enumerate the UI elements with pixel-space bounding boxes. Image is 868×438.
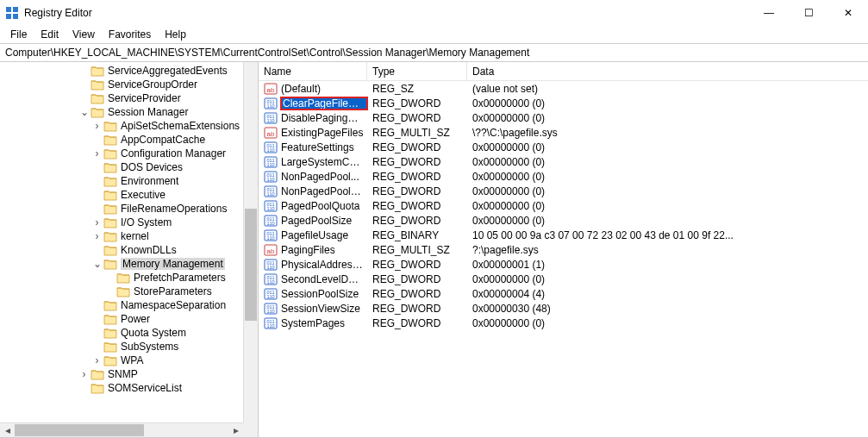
list-row[interactable]: 011110SecondLevelDat...REG_DWORD0x000000… xyxy=(259,272,868,286)
tree-item-label: ServiceProvider xyxy=(108,92,181,104)
tree-item[interactable]: ⌄Memory Management xyxy=(0,257,243,271)
tree-pane: ServiceAggregatedEvents ServiceGroupOrde… xyxy=(0,62,259,437)
tree-item[interactable]: Quota System xyxy=(0,326,243,340)
tree-item[interactable]: DOS Devices xyxy=(0,160,243,174)
tree-item[interactable]: KnownDLLs xyxy=(0,243,243,257)
chevron-right-icon[interactable]: › xyxy=(91,216,103,229)
scroll-right-icon[interactable]: ▸ xyxy=(228,424,243,436)
tree-item[interactable]: ›ApiSetSchemaExtensions xyxy=(0,119,243,133)
menu-item-view[interactable]: View xyxy=(66,27,102,42)
binary-value-icon: 011110 xyxy=(264,287,278,301)
value-type: REG_DWORD xyxy=(367,97,467,110)
list-row[interactable]: 011110FeatureSettingsREG_DWORD0x00000000… xyxy=(259,140,868,154)
value-type: REG_DWORD xyxy=(367,200,467,212)
tree-item[interactable]: ⌄Session Manager xyxy=(0,105,243,119)
tree-item[interactable]: Executive xyxy=(0,188,243,202)
scrollbar-thumb[interactable] xyxy=(15,424,144,436)
list-row[interactable]: 011110PhysicalAddress...REG_DWORD0x00000… xyxy=(259,257,868,272)
tree-item[interactable]: SOMServiceList xyxy=(0,381,243,395)
svg-text:110: 110 xyxy=(266,265,274,270)
tree-item[interactable]: ›SNMP xyxy=(0,367,243,381)
column-header-type[interactable]: Type xyxy=(367,62,467,80)
list-row[interactable]: 011110DisablePagingEx...REG_DWORD0x00000… xyxy=(259,110,868,125)
chevron-right-icon[interactable]: › xyxy=(91,119,103,133)
menu-item-help[interactable]: Help xyxy=(158,27,193,42)
tree-item-label: WPA xyxy=(121,354,143,366)
chevron-down-icon[interactable]: ⌄ xyxy=(91,257,103,271)
address-input[interactable] xyxy=(5,47,863,59)
value-name: ExistingPageFiles xyxy=(281,127,367,139)
value-type: REG_DWORD xyxy=(367,185,467,197)
tree-item[interactable]: ServiceProvider xyxy=(0,91,243,105)
scroll-left-icon[interactable]: ◂ xyxy=(0,424,15,436)
svg-text:ab: ab xyxy=(267,130,275,138)
menu-item-file[interactable]: File xyxy=(3,27,34,42)
tree-item[interactable]: Power xyxy=(0,312,243,326)
tree-horizontal-scrollbar[interactable]: ◂ ▸ xyxy=(0,422,243,437)
column-header-name[interactable]: Name xyxy=(259,62,367,80)
list-row[interactable]: 011110PagedPoolSizeREG_DWORD0x00000000 (… xyxy=(259,213,868,228)
chevron-down-icon[interactable]: ⌄ xyxy=(78,105,91,119)
value-data: 0x00000000 (0) xyxy=(467,185,868,197)
folder-icon xyxy=(103,244,117,256)
tree-item-label: SubSystems xyxy=(121,341,178,353)
list-row[interactable]: 011110SessionPoolSizeREG_DWORD0x00000004… xyxy=(259,286,868,301)
app-icon xyxy=(5,6,19,20)
tree-item-label: kernel xyxy=(121,230,149,242)
value-type: REG_DWORD xyxy=(367,273,467,285)
tree-item[interactable]: ›WPA xyxy=(0,354,243,367)
menu-item-favorites[interactable]: Favorites xyxy=(102,27,158,42)
svg-text:110: 110 xyxy=(266,206,274,211)
tree-item[interactable]: ›I/O System xyxy=(0,216,243,229)
column-header-data[interactable]: Data xyxy=(467,62,868,80)
value-data: 0x00000000 (0) xyxy=(467,200,868,212)
tree-item[interactable]: AppCompatCache xyxy=(0,133,243,147)
tree-item[interactable]: PrefetchParameters xyxy=(0,271,243,285)
tree-item[interactable]: StoreParameters xyxy=(0,285,243,298)
tree-item[interactable]: Environment xyxy=(0,174,243,188)
list-row[interactable]: 011110SystemPagesREG_DWORD0x00000000 (0) xyxy=(259,316,868,330)
value-data: 0x00000000 (0) xyxy=(467,156,868,168)
tree-item[interactable]: NamespaceSeparation xyxy=(0,298,243,312)
tree-item-label: DOS Devices xyxy=(121,161,183,173)
menu-item-edit[interactable]: Edit xyxy=(34,27,66,42)
close-button[interactable]: ✕ xyxy=(828,0,868,26)
chevron-right-icon[interactable]: › xyxy=(91,147,103,160)
tree-item[interactable]: ServiceGroupOrder xyxy=(0,78,243,91)
tree-item[interactable]: ServiceAggregatedEvents xyxy=(0,64,243,78)
list-header: Name Type Data xyxy=(259,62,868,81)
scrollbar-thumb[interactable] xyxy=(245,209,257,321)
list-row[interactable]: 011110ClearPageFileAt...REG_DWORD0x00000… xyxy=(259,96,868,110)
tree-item[interactable]: FileRenameOperations xyxy=(0,202,243,216)
maximize-button[interactable]: ☐ xyxy=(789,0,828,26)
binary-value-icon: 011110 xyxy=(264,228,278,242)
list-row[interactable]: 011110NonPagedPoolS...REG_DWORD0x0000000… xyxy=(259,184,868,198)
value-data: 0x00000000 (0) xyxy=(467,317,868,329)
chevron-right-icon[interactable]: › xyxy=(91,354,103,367)
tree-item-label: Session Manager xyxy=(108,106,188,118)
list-row[interactable]: 011110PagedPoolQuotaREG_DWORD0x00000000 … xyxy=(259,198,868,213)
minimize-button[interactable]: — xyxy=(749,0,789,26)
tree-item[interactable]: ›Configuration Manager xyxy=(0,147,243,160)
chevron-right-icon[interactable]: › xyxy=(91,229,103,243)
value-name: DisablePagingEx... xyxy=(281,112,367,124)
tree-item[interactable]: SubSystems xyxy=(0,340,243,354)
list-row[interactable]: abPagingFilesREG_MULTI_SZ?:\pagefile.sys xyxy=(259,242,868,257)
chevron-right-icon[interactable]: › xyxy=(78,367,91,381)
folder-icon xyxy=(103,134,117,146)
list-row[interactable]: 011110LargeSystemCac...REG_DWORD0x000000… xyxy=(259,154,868,169)
list-row[interactable]: 011110SessionViewSizeREG_DWORD0x00000030… xyxy=(259,301,868,316)
svg-text:110: 110 xyxy=(266,103,274,109)
list-row[interactable]: 011110NonPagedPool...REG_DWORD0x00000000… xyxy=(259,169,868,184)
value-type: REG_DWORD xyxy=(367,259,467,271)
list-row[interactable]: 011110PagefileUsageREG_BINARY10 05 00 00… xyxy=(259,228,868,242)
list-row[interactable]: abExistingPageFilesREG_MULTI_SZ\??\C:\pa… xyxy=(259,125,868,140)
list-row[interactable]: ab(Default)REG_SZ(value not set) xyxy=(259,81,868,96)
string-value-icon: ab xyxy=(264,82,278,96)
tree-item[interactable]: ›kernel xyxy=(0,229,243,243)
tree-item-label: Configuration Manager xyxy=(121,147,226,160)
value-name: SessionViewSize xyxy=(281,303,367,315)
tree-item-label: ServiceGroupOrder xyxy=(108,78,197,91)
folder-icon xyxy=(103,120,117,132)
tree-vertical-scrollbar[interactable] xyxy=(243,62,258,422)
